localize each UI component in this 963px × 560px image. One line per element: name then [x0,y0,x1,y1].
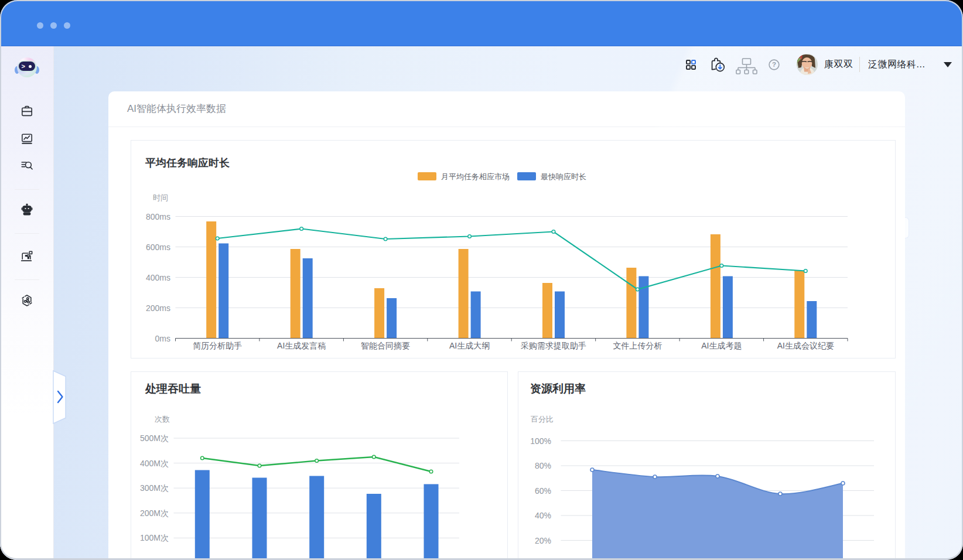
svg-text:最快响应时长: 最快响应时长 [541,172,586,181]
svg-text:300M次: 300M次 [140,483,169,493]
svg-text:月平均任务相应市场: 月平均任务相应市场 [441,172,510,181]
svg-text:20%: 20% [535,536,551,545]
svg-text:AI生成大纲: AI生成大纲 [449,341,490,350]
svg-text:500M次: 500M次 [140,433,169,443]
svg-text:资源利用率: 资源利用率 [530,383,586,395]
svg-text:600ms: 600ms [146,243,170,252]
svg-text:0ms: 0ms [155,334,170,343]
svg-text:80%: 80% [535,461,551,470]
svg-text:AI生成会议纪要: AI生成会议纪要 [777,341,834,350]
svg-text:百分比: 百分比 [531,415,554,424]
svg-text:次数: 次数 [155,415,170,424]
svg-text:40%: 40% [535,511,551,520]
svg-text:400M次: 400M次 [140,459,169,468]
svg-text:AI生成发言稿: AI生成发言稿 [277,341,326,350]
svg-text:时间: 时间 [153,193,168,202]
svg-text:200ms: 200ms [146,303,170,313]
svg-text:400ms: 400ms [146,273,170,282]
svg-text:处理吞吐量: 处理吞吐量 [145,383,201,395]
svg-text:?: ? [772,61,776,68]
svg-text:100%: 100% [530,436,551,446]
svg-text:采购需求提取助手: 采购需求提取助手 [521,341,586,350]
svg-text:文件上传分析: 文件上传分析 [613,341,662,350]
svg-text:800ms: 800ms [146,212,170,221]
svg-text:简历分析助手: 简历分析助手 [193,341,242,350]
svg-text:60%: 60% [535,486,551,496]
svg-text:100M次: 100M次 [140,533,169,542]
svg-text:智能合同摘要: 智能合同摘要 [361,341,410,350]
svg-text:平均任务响应时长: 平均任务响应时长 [145,157,230,169]
svg-text:AI生成考题: AI生成考题 [701,341,742,350]
svg-text:200M次: 200M次 [140,508,169,518]
